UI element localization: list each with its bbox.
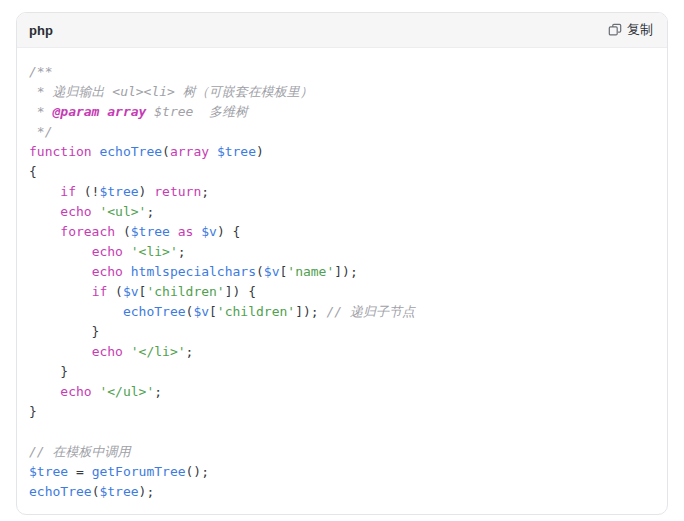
code-token: foreach bbox=[60, 224, 115, 239]
code-line: foreach ($tree as $v) { bbox=[29, 222, 655, 242]
code-token: [ bbox=[209, 304, 217, 319]
code-token: echo bbox=[60, 384, 91, 399]
code-token: $v bbox=[193, 304, 209, 319]
copy-button[interactable]: 复制 bbox=[608, 19, 653, 41]
code-token: $tree bbox=[99, 484, 138, 499]
code-token: ) bbox=[256, 144, 264, 159]
code-token: '</ul>' bbox=[99, 384, 154, 399]
code-token bbox=[29, 304, 123, 319]
code-line: } bbox=[29, 402, 655, 422]
code-token: echoTree bbox=[29, 484, 92, 499]
code-token: function bbox=[29, 144, 92, 159]
code-token bbox=[123, 344, 131, 359]
code-block: php 复制 /** * 递归输出 <ul><li> 树（可嵌套在模板里） * … bbox=[16, 12, 668, 515]
code-token: @param array bbox=[52, 104, 146, 119]
code-token: // 递归子节点 bbox=[326, 304, 414, 319]
code-token: 'name' bbox=[287, 264, 334, 279]
code-token: htmlspecialchars bbox=[131, 264, 256, 279]
code-token: $tree 多维树 bbox=[146, 104, 248, 119]
language-label: php bbox=[29, 23, 53, 38]
code-token: as bbox=[178, 224, 194, 239]
copy-button-label: 复制 bbox=[627, 21, 653, 39]
code-token: 'children' bbox=[146, 284, 224, 299]
code-token: '<li>' bbox=[131, 244, 178, 259]
code-token: ); bbox=[139, 484, 155, 499]
code-line: } bbox=[29, 322, 655, 342]
code-token: $tree bbox=[99, 184, 138, 199]
code-token: echoTree bbox=[99, 144, 162, 159]
code-token: ( bbox=[115, 224, 131, 239]
code-line: $tree = getForumTree(); bbox=[29, 462, 655, 482]
code-token: $tree bbox=[29, 464, 68, 479]
code-token bbox=[29, 384, 60, 399]
code-line bbox=[29, 422, 655, 442]
code-token bbox=[123, 264, 131, 279]
code-token: ) { bbox=[217, 224, 240, 239]
code-token: if bbox=[60, 184, 76, 199]
code-token: $v bbox=[264, 264, 280, 279]
code-token: ]) { bbox=[225, 284, 256, 299]
code-line: echoTree($tree); bbox=[29, 482, 655, 502]
code-token: ( bbox=[107, 284, 123, 299]
code-token bbox=[123, 244, 131, 259]
code-token: ]); bbox=[334, 264, 357, 279]
code-token: } bbox=[29, 324, 99, 339]
code-line: if (!$tree) return; bbox=[29, 182, 655, 202]
copy-icon bbox=[608, 23, 622, 37]
code-token: echo bbox=[92, 244, 123, 259]
code-line: echoTree($v['children']); // 递归子节点 bbox=[29, 302, 655, 322]
code-token: ) bbox=[139, 184, 155, 199]
code-token: (! bbox=[76, 184, 99, 199]
code-line: // 在模板中调用 bbox=[29, 442, 655, 462]
code: /** * 递归输出 <ul><li> 树（可嵌套在模板里） * @param … bbox=[29, 62, 655, 502]
code-line: * @param array $tree 多维树 bbox=[29, 102, 655, 122]
code-token: * bbox=[29, 104, 52, 119]
code-token: 'children' bbox=[217, 304, 295, 319]
code-line: echo '</ul>'; bbox=[29, 382, 655, 402]
code-block-header: php 复制 bbox=[17, 13, 667, 48]
code-token: '</li>' bbox=[131, 344, 186, 359]
code-token bbox=[29, 184, 60, 199]
code-line: echo '</li>'; bbox=[29, 342, 655, 362]
code-token: ; bbox=[186, 344, 194, 359]
code-token: ; bbox=[146, 204, 154, 219]
code-token: '<ul>' bbox=[99, 204, 146, 219]
code-content: /** * 递归输出 <ul><li> 树（可嵌套在模板里） * @param … bbox=[17, 48, 667, 514]
code-token: /** bbox=[29, 64, 52, 79]
code-token: ; bbox=[154, 384, 162, 399]
code-token: $v bbox=[201, 224, 217, 239]
code-line: */ bbox=[29, 122, 655, 142]
code-token: echo bbox=[92, 264, 123, 279]
code-token: echo bbox=[60, 204, 91, 219]
code-token bbox=[29, 204, 60, 219]
code-token: if bbox=[92, 284, 108, 299]
code-token bbox=[29, 224, 60, 239]
code-token: */ bbox=[29, 124, 52, 139]
code-token: ; bbox=[201, 184, 209, 199]
code-line: if ($v['children']) { bbox=[29, 282, 655, 302]
code-line: echo htmlspecialchars($v['name']); bbox=[29, 262, 655, 282]
code-line: /** bbox=[29, 62, 655, 82]
code-token: { bbox=[29, 164, 37, 179]
code-token bbox=[29, 244, 92, 259]
code-token bbox=[209, 144, 217, 159]
code-token bbox=[29, 344, 92, 359]
code-token: echo bbox=[92, 344, 123, 359]
code-token: ( bbox=[256, 264, 264, 279]
code-line: function echoTree(array $tree) bbox=[29, 142, 655, 162]
code-token bbox=[29, 264, 92, 279]
code-token: getForumTree bbox=[92, 464, 186, 479]
code-token bbox=[29, 284, 92, 299]
code-token: ]); bbox=[295, 304, 326, 319]
code-token: ( bbox=[162, 144, 170, 159]
code-line: echo '<ul>'; bbox=[29, 202, 655, 222]
code-token: $v bbox=[123, 284, 139, 299]
code-token: * 递归输出 <ul><li> 树（可嵌套在模板里） bbox=[29, 84, 313, 99]
code-token: return bbox=[154, 184, 201, 199]
code-token: array bbox=[170, 144, 209, 159]
code-token: (); bbox=[186, 464, 209, 479]
code-line: echo '<li>'; bbox=[29, 242, 655, 262]
code-token: $tree bbox=[131, 224, 170, 239]
code-token bbox=[170, 224, 178, 239]
code-token: echoTree bbox=[123, 304, 186, 319]
